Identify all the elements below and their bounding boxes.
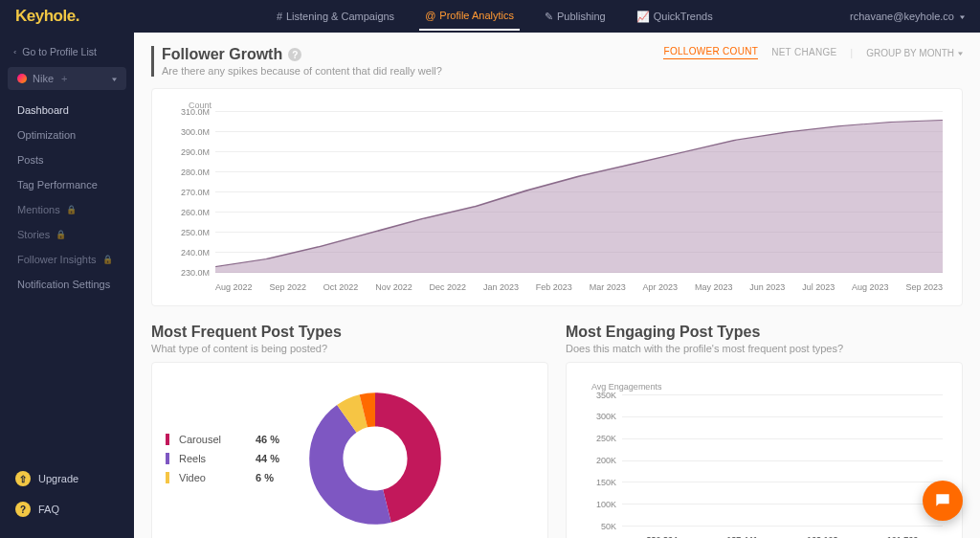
lock-icon: 🔒 xyxy=(102,255,113,264)
engaging-types-chart: Avg Engagements 50K100K150K200K250K300K3… xyxy=(566,362,963,538)
chart-legend: Carousel46 %Reels44 %Video6 % xyxy=(166,430,279,487)
chat-fab[interactable] xyxy=(923,481,963,521)
chevron-down-icon: ▾ xyxy=(112,75,117,82)
content-area: Follower Growth ? Are there any spikes b… xyxy=(134,33,980,538)
plus-icon: + xyxy=(61,73,67,84)
section-title: Most Engaging Post Types xyxy=(566,324,760,341)
profile-name: Nike xyxy=(33,73,54,84)
topbar: Keyhole. # Listening & Campaigns@ Profil… xyxy=(0,0,980,33)
toggle-net-change[interactable]: NET CHANGE xyxy=(771,47,836,59)
topnav-item-profile-analytics[interactable]: @ Profile Analytics xyxy=(419,2,520,31)
sidebar-item-posts[interactable]: Posts xyxy=(0,147,134,172)
page-title: Follower Growth xyxy=(162,46,282,63)
sidebar: ‹ Go to Profile List Nike + ▾ DashboardO… xyxy=(0,33,134,538)
follower-growth-chart: Count 230.0M240.0M250.0M260.0M270.0M280.… xyxy=(151,88,963,306)
section-title: Most Frequent Post Types xyxy=(151,324,342,341)
faq-link[interactable]: ? FAQ xyxy=(0,494,134,525)
section-subtitle: Are there any spikes because of content … xyxy=(162,65,442,77)
group-by-dropdown[interactable]: GROUP BY MONTH▾ xyxy=(866,48,963,58)
profile-selector[interactable]: Nike + ▾ xyxy=(8,67,126,90)
legend-item: Carousel46 % xyxy=(166,430,279,449)
lock-icon: 🔒 xyxy=(66,205,77,214)
sidebar-item-follower-insights[interactable]: Follower Insights🔒 xyxy=(0,247,134,272)
sidebar-item-optimization[interactable]: Optimization xyxy=(0,123,134,147)
sidebar-item-stories[interactable]: Stories🔒 xyxy=(0,222,134,247)
user-menu[interactable]: rchavane@keyhole.co ▾ xyxy=(850,11,965,22)
question-icon: ? xyxy=(15,502,31,517)
legend-item: Video6 % xyxy=(166,468,279,487)
user-email: rchavane@keyhole.co xyxy=(850,11,954,22)
topnav-item-quicktrends[interactable]: 📈 QuickTrends xyxy=(631,2,719,31)
sidebar-item-notification-settings[interactable]: Notification Settings xyxy=(0,272,134,297)
logo: Keyhole. xyxy=(15,7,79,26)
upgrade-link[interactable]: ⇧ Upgrade xyxy=(0,463,134,494)
chart-toggles: FOLLOWER COUNT NET CHANGE | GROUP BY MON… xyxy=(663,46,963,59)
back-label: Go to Profile List xyxy=(22,46,97,57)
topnav: # Listening & Campaigns@ Profile Analyti… xyxy=(271,2,719,31)
donut-chart xyxy=(299,382,452,535)
chat-icon xyxy=(933,491,952,510)
section-subtitle: Does this match with the profile's most … xyxy=(566,343,963,354)
section-subtitle: What type of content is being posted? xyxy=(151,343,548,354)
lock-icon: 🔒 xyxy=(56,230,66,239)
sidebar-item-mentions[interactable]: Mentions🔒 xyxy=(0,197,134,222)
chevron-left-icon: ‹ xyxy=(13,48,16,56)
topnav-item-listening-campaigns[interactable]: # Listening & Campaigns xyxy=(271,2,400,31)
topnav-item-publishing[interactable]: ✎ Publishing xyxy=(539,2,612,31)
legend-item: Reels44 % xyxy=(166,449,279,468)
instagram-icon xyxy=(17,74,27,83)
help-icon[interactable]: ? xyxy=(288,48,301,61)
sidebar-item-tag-performance[interactable]: Tag Performance xyxy=(0,172,134,197)
chevron-down-icon: ▾ xyxy=(960,12,965,20)
toggle-follower-count[interactable]: FOLLOWER COUNT xyxy=(663,46,758,59)
sidebar-item-dashboard[interactable]: Dashboard xyxy=(0,98,134,123)
post-types-chart: Carousel46 %Reels44 %Video6 % xyxy=(151,362,548,538)
back-to-profiles[interactable]: ‹ Go to Profile List xyxy=(0,40,134,63)
upgrade-icon: ⇧ xyxy=(15,471,31,486)
